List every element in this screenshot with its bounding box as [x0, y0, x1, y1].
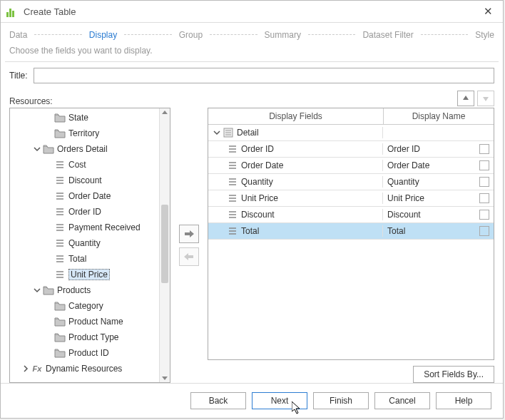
grid-body[interactable]: DetailOrder IDOrder IDOrder DateOrder Da… [208, 125, 494, 359]
grid-row[interactable]: Order IDOrder ID [208, 141, 494, 158]
caret-down-icon[interactable] [33, 286, 41, 294]
tree-node[interactable]: Total [10, 251, 159, 267]
display-fields-grid: Display Fields Display Name DetailOrder … [208, 108, 494, 360]
folder-icon [54, 347, 66, 359]
field-icon [227, 225, 238, 237]
remove-field-button[interactable] [179, 247, 199, 266]
grid-display-name[interactable]: Quantity [387, 177, 419, 187]
add-field-button[interactable] [179, 225, 199, 243]
fx-icon: Fx [31, 363, 43, 374]
sort-fields-by-button[interactable]: Sort Fields By... [413, 366, 494, 383]
tree-node[interactable]: State [10, 110, 159, 126]
tree-node[interactable]: Product Name [10, 314, 159, 329]
wizard-step-group[interactable]: Group [179, 30, 203, 40]
caret-down-icon[interactable] [213, 128, 221, 137]
wizard-strip: DataDisplayGroupSummaryDataset FilterSty… [1, 23, 503, 46]
tree-node[interactable]: Territory [10, 126, 159, 141]
field-icon [54, 159, 66, 170]
grid-row[interactable]: DiscountDiscount [208, 207, 494, 223]
caret-spacer [44, 176, 53, 185]
tree-node[interactable]: Orders Detail [10, 141, 159, 157]
field-icon [227, 193, 238, 204]
caret-down-icon[interactable] [33, 145, 41, 153]
field-icon [227, 143, 238, 155]
grid-display-name[interactable]: Order Date [387, 160, 429, 170]
tree-node-label: Unit Price [68, 269, 110, 280]
tree-node[interactable]: Product Type [10, 329, 159, 345]
checkbox[interactable] [479, 193, 489, 203]
tree-node-label: Territory [68, 128, 99, 138]
checkbox[interactable] [479, 210, 489, 220]
wizard-step-data[interactable]: Data [9, 30, 27, 40]
tree-node[interactable]: Discount [10, 173, 159, 188]
tree-node[interactable]: Order ID [10, 204, 159, 220]
cancel-button[interactable]: Cancel [374, 392, 430, 409]
grid-group-row[interactable]: Detail [208, 125, 494, 141]
folder-icon [54, 128, 66, 139]
grid-display-name[interactable]: Unit Price [387, 193, 424, 203]
wizard-sep [421, 34, 469, 36]
title-label: Title: [9, 71, 28, 81]
tree-node[interactable]: Category [10, 298, 159, 314]
back-button[interactable]: Back [190, 392, 246, 409]
field-icon [54, 237, 66, 249]
grid-row[interactable]: QuantityQuantity [208, 174, 494, 190]
next-button[interactable]: Next [252, 392, 307, 409]
checkbox[interactable] [479, 177, 489, 187]
tree-node[interactable]: Order Date [10, 188, 159, 204]
caret-spacer [44, 208, 53, 216]
wizard-step-style[interactable]: Style [475, 30, 494, 40]
grid-header-name: Display Name [384, 108, 494, 124]
tree-node[interactable]: Products [10, 282, 159, 298]
title-input[interactable] [34, 68, 494, 83]
checkbox[interactable] [479, 144, 489, 154]
move-up-down-group [457, 91, 494, 106]
move-up-button[interactable] [457, 91, 474, 106]
cursor-icon [292, 401, 303, 416]
grid-field-label: Order Date [241, 160, 283, 170]
wizard-step-summary[interactable]: Summary [265, 30, 301, 40]
grid-row[interactable]: Unit PriceUnit Price [208, 190, 494, 207]
folder-icon [54, 300, 66, 312]
tree-node[interactable]: FxDynamic Resources [10, 361, 159, 377]
caret-spacer [44, 129, 53, 138]
help-button[interactable]: Help [436, 392, 491, 409]
wizard-step-display[interactable]: Display [89, 30, 117, 40]
grid-display-name[interactable]: Total [387, 226, 405, 236]
tree-node-label: State [68, 113, 88, 123]
main-split: StateTerritoryOrders DetailCostDiscountO… [9, 108, 494, 383]
grid-row[interactable]: TotalTotal [208, 223, 494, 240]
checkbox[interactable] [479, 160, 489, 170]
resources-tree[interactable]: StateTerritoryOrders DetailCostDiscountO… [10, 108, 159, 382]
grid-row[interactable]: Order DateOrder Date [208, 158, 494, 174]
transfer-column [175, 108, 203, 383]
tree-node[interactable]: Quantity [10, 235, 159, 251]
folder-icon [54, 332, 66, 343]
move-down-button[interactable] [477, 91, 494, 106]
tree-node[interactable]: Cost [10, 157, 159, 173]
tree-node-label: Discount [68, 175, 102, 185]
caret-right-icon[interactable] [21, 364, 30, 373]
tree-node[interactable]: Unit Price [10, 267, 159, 282]
grid-display-name[interactable]: Order ID [387, 144, 420, 154]
folder-icon [54, 316, 66, 327]
detail-icon [223, 127, 234, 138]
titlebar: Create Table ✕ [1, 1, 503, 23]
tree-node-label: Category [68, 301, 103, 311]
tree-scrollbar[interactable] [159, 108, 170, 382]
tree-node[interactable]: Payment Received [10, 220, 159, 235]
field-icon [227, 176, 238, 188]
tree-node-label: Product ID [68, 348, 109, 358]
finish-button[interactable]: Finish [313, 392, 369, 409]
resources-label: Resources: [9, 96, 53, 106]
scroll-thumb[interactable] [161, 205, 168, 283]
right-column: Display Fields Display Name DetailOrder … [208, 108, 494, 383]
grid-display-name[interactable]: Discount [387, 210, 421, 220]
close-button[interactable]: ✕ [479, 4, 497, 19]
app-icon [6, 6, 18, 17]
wizard-step-dataset-filter[interactable]: Dataset Filter [362, 30, 413, 40]
field-icon [54, 269, 66, 280]
checkbox[interactable] [479, 226, 489, 236]
tree-node-label: Orders Detail [57, 144, 108, 154]
tree-node[interactable]: Product ID [10, 345, 159, 361]
